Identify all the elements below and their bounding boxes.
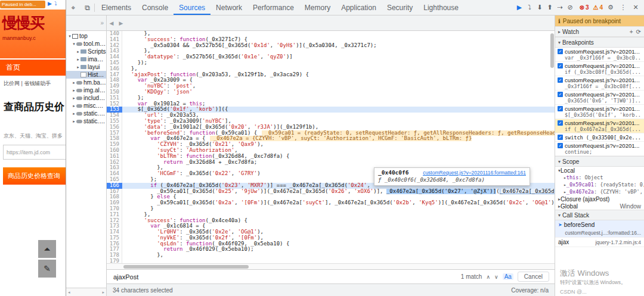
feedback-button[interactable]: ✎ — [38, 260, 56, 278]
breakpoints-section-header[interactable]: ▾ Breakpoints — [555, 37, 644, 48]
breakpoint-file: customRequest.js?v=20201... — [565, 120, 639, 126]
step-out-button[interactable]: ⬆ — [545, 4, 555, 11]
sidebar-item-static-man-[interactable]: ▸static.man... — [66, 117, 106, 125]
settings-gear-icon[interactable]: ⚙ — [606, 4, 615, 11]
scrollbar-thumb[interactable] — [123, 265, 249, 269]
editor-horizontal-scrollbar[interactable] — [107, 263, 555, 269]
inspect-element-icon[interactable]: ⌖ — [66, 4, 80, 12]
deactivate-breakpoints-button[interactable]: ⊘ — [565, 4, 575, 11]
breakpoint-entry[interactable]: ✓customRequest.js?v=202011...$[_0x365d('… — [555, 105, 644, 119]
sidebar-item-misc-man-[interactable]: ▸misc.man... — [66, 102, 106, 110]
callstack-frame[interactable]: ➤beforeSendcustomRequest.j...:formatted:… — [555, 220, 644, 238]
match-case-toggle[interactable]: Aa — [503, 273, 513, 280]
tab-performance[interactable]: Performance — [247, 0, 299, 15]
tab-application[interactable]: Application — [336, 0, 382, 15]
refresh-watch-icon[interactable]: ⟳ — [636, 29, 641, 35]
breakpoint-checkbox[interactable]: ✓ — [558, 106, 563, 111]
callstack-frame[interactable]: ajaxjquery-1.7.2.min.js:4 — [555, 238, 644, 247]
sidebar-item-layui[interactable]: ▸layui — [66, 63, 106, 71]
tree-item-label: misc.man... — [83, 102, 106, 109]
editor-vertical-scrollbar[interactable] — [550, 31, 555, 263]
scope-section-header[interactable]: ▾ Scope — [555, 156, 644, 167]
site-logo[interactable]: 慢慢买 manmanbuy.c — [0, 10, 66, 58]
frame-location-link[interactable]: jquery-1.7.2.min.js:4 — [595, 239, 641, 245]
tab-lighthouse[interactable]: Lighthouse — [418, 0, 464, 15]
issue-count-badge[interactable]: ⚠ 4 — [593, 4, 603, 11]
sidebar-item-scripts[interactable]: ▸Scripts — [66, 48, 106, 55]
debugger-overlay-controls: ▶ ⤵ — [48, 1, 57, 7]
find-input[interactable] — [112, 273, 457, 281]
breakpoint-checkbox[interactable]: ✓ — [558, 77, 563, 83]
sidebar-item-static-man-[interactable]: ▸static.man... — [66, 110, 106, 117]
overflow-menu-icon[interactable]: » — [100, 20, 104, 26]
code-line: 177 return _0x46f029(_0x5eba10); — [107, 247, 555, 253]
sidebar-item-history-[interactable]: History... — [66, 71, 106, 79]
nav-home-link[interactable]: 首页 — [0, 60, 66, 76]
sidebar-horizontal-scrollbar[interactable]: ◂ ▸ — [66, 288, 106, 296]
tab-elements[interactable]: Elements — [96, 0, 137, 15]
breakpoint-checkbox[interactable]: ✓ — [558, 143, 563, 148]
line-number[interactable]: 179 — [107, 258, 122, 263]
breakpoint-entry[interactable]: ✓customRequest.js?v=202011...if (_0x3bc0… — [555, 62, 644, 76]
scope-group[interactable]: ▾ Local — [555, 167, 644, 174]
error-count-badge[interactable]: ⊗ 3 — [580, 4, 589, 11]
step-into-button[interactable]: ⬇ — [535, 4, 545, 11]
sidebar-item-include-m-[interactable]: ▸include.m... — [66, 94, 106, 102]
resume-button[interactable]: ▶ — [515, 4, 525, 11]
scrollbar-thumb[interactable] — [550, 33, 554, 68]
tab-sources[interactable]: Sources — [174, 0, 210, 15]
callstack-section-header[interactable]: ▾ Call Stack — [555, 210, 644, 220]
breakpoint-entry[interactable]: ✓customRequest.js?v=20201...continue; — [555, 142, 644, 156]
frame-location-link[interactable]: customRequest.j...:formatted:16... — [565, 230, 641, 236]
price-history-search-button[interactable]: 商品历史价格查询 — [3, 167, 66, 185]
breakpoint-code-snippet: _0x365d('0x6', 'T]W0')]... — [565, 98, 642, 104]
breakpoint-checkbox[interactable]: ✓ — [558, 135, 563, 140]
scope-group[interactable]: ▸ GlobalWindow — [555, 202, 644, 210]
step-over-button[interactable]: ⤵ — [525, 4, 535, 11]
tooltip-source-link[interactable]: customRequest.js?v=20201116:formatted:16… — [423, 170, 526, 176]
tab-memory[interactable]: Memory — [299, 0, 336, 15]
code-line: 140 }, — [107, 31, 555, 37]
code-editor[interactable]: 140 },141 'success': function(_0x3271c7)… — [107, 31, 555, 263]
nav-back-icon[interactable]: ◀ — [107, 20, 116, 26]
kebab-menu-icon[interactable]: ⋮ — [618, 4, 628, 11]
scope-variable[interactable]: ▸this: Object — [555, 174, 644, 181]
breakpoint-entry[interactable]: ✓customRequest.js?v=202011..._0x3f166f =… — [555, 76, 644, 91]
scroll-right-icon[interactable]: ▸ — [102, 290, 104, 295]
find-next-icon[interactable]: ∨ — [494, 274, 499, 280]
breakpoint-checkbox[interactable]: ✓ — [558, 63, 563, 68]
code-line: 170 } — [107, 206, 555, 212]
tab-console[interactable]: Console — [137, 0, 174, 15]
breakpoint-checkbox[interactable]: ✓ — [558, 92, 563, 97]
sidebar-item-top[interactable]: ▾top — [66, 32, 106, 40]
overlay-step-icon[interactable]: ⤵ — [54, 1, 57, 7]
back-to-top-button[interactable]: ⏶ — [38, 240, 56, 258]
breakpoint-checkbox[interactable]: ✓ — [558, 120, 563, 126]
device-toolbar-icon[interactable]: ⧉ — [80, 4, 95, 12]
tab-security[interactable]: Security — [382, 0, 418, 15]
sidebar-item-tool-manm-[interactable]: ▾tool.manm... — [66, 40, 106, 48]
breakpoint-entry[interactable]: ✓switch (_0x33500[_0x2e... — [555, 133, 644, 142]
cloud-icon — [76, 120, 82, 123]
sidebar-item-img-alicdn-[interactable]: ▸img.alicdn... — [66, 86, 106, 94]
scroll-left-icon[interactable]: ◂ — [68, 290, 70, 295]
tab-network[interactable]: Network — [210, 0, 247, 15]
step-button[interactable]: ⇢ — [555, 4, 565, 11]
breakpoint-entry[interactable]: ✓customRequest.js?v=202011...var _0x3f16… — [555, 48, 644, 62]
add-watch-icon[interactable]: + — [630, 29, 633, 35]
breakpoint-entry[interactable]: ✓customRequest.js?v=202011..._0x365d('0x… — [555, 91, 644, 105]
product-url-input[interactable] — [3, 145, 66, 160]
find-previous-icon[interactable]: ∧ — [486, 274, 490, 280]
scope-variable[interactable]: ▸_0x467e2a: {CZYVH: 'vBP', …} — [555, 188, 644, 195]
find-cancel-button[interactable]: Cancel — [518, 272, 549, 282]
sidebar-item-hm-baidu-[interactable]: ▸hm.baidu... — [66, 79, 106, 86]
breakpoint-checkbox[interactable]: ✓ — [558, 49, 563, 54]
scope-variable[interactable]: ▸_0x59ca01: {readyState: 0, …} — [555, 181, 644, 188]
sidebar-item-images[interactable]: ▸images — [66, 55, 106, 63]
nav-forward-icon[interactable]: ▶ — [116, 20, 126, 26]
overlay-resume-icon[interactable]: ▶ — [48, 1, 52, 7]
watch-section-header[interactable]: ▸ Watch + ⟳ — [555, 26, 644, 37]
breakpoint-entry[interactable]: ✓customRequest.js?v=20201...if (_0x467e2… — [555, 119, 644, 133]
close-devtools-icon[interactable]: ✕ — [631, 4, 640, 11]
scope-group[interactable]: ▸ Closure (ajaxPost) — [555, 195, 644, 202]
